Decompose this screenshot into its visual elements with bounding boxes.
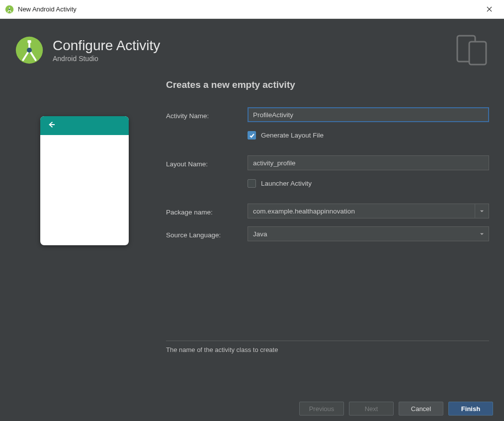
- source-language-combobox[interactable]: Java: [248, 226, 489, 241]
- chevron-down-icon: [475, 204, 489, 218]
- device-preview-appbar: [40, 116, 129, 135]
- generate-layout-label: Generate Layout File: [261, 132, 324, 139]
- hint-divider: [166, 341, 489, 341]
- preview-column: [15, 76, 154, 383]
- finish-button[interactable]: Finish: [448, 402, 493, 416]
- activity-name-label: Activity Name:: [166, 110, 248, 120]
- layout-name-label: Layout Name:: [166, 158, 248, 168]
- window-title: New Android Activity: [18, 5, 479, 13]
- device-preview: [40, 116, 129, 245]
- chevron-down-icon: [475, 227, 489, 241]
- package-name-value: com.example.healthappinnovation: [248, 208, 475, 215]
- source-language-value: Java: [248, 230, 475, 238]
- launcher-activity-label: Launcher Activity: [261, 180, 312, 187]
- source-language-label: Source Language:: [166, 229, 248, 239]
- dialog-subtitle: Android Studio: [53, 55, 160, 63]
- svg-rect-6: [469, 42, 486, 65]
- hint-text: The name of the activity class to create: [166, 346, 489, 353]
- svg-point-1: [9, 8, 10, 10]
- back-arrow-icon: [47, 120, 56, 131]
- dialog-header: Configure Activity Android Studio: [0, 19, 504, 76]
- generate-layout-row: Generate Layout File: [166, 129, 489, 148]
- activity-name-input[interactable]: [248, 107, 489, 122]
- layout-name-input[interactable]: [248, 155, 489, 170]
- window-close-button[interactable]: [479, 1, 499, 17]
- dialog-title: Configure Activity: [53, 38, 160, 54]
- svg-point-3: [27, 48, 32, 53]
- launcher-activity-row: Launcher Activity: [166, 177, 489, 197]
- window-titlebar: New Android Activity: [0, 0, 504, 19]
- svg-rect-4: [27, 40, 31, 43]
- activity-name-row: Activity Name:: [166, 107, 489, 122]
- layout-name-row: Layout Name:: [166, 155, 489, 170]
- next-button[interactable]: Next: [349, 402, 394, 416]
- previous-button[interactable]: Previous: [299, 402, 344, 416]
- devices-icon: [454, 33, 489, 68]
- android-studio-titlebar-icon: [5, 5, 14, 14]
- dialog-body: Configure Activity Android Studio Create…: [0, 19, 504, 421]
- package-name-combobox[interactable]: com.example.healthappinnovation: [248, 204, 489, 218]
- generate-layout-checkbox[interactable]: [248, 131, 256, 140]
- header-text-block: Configure Activity Android Studio: [53, 38, 160, 63]
- launcher-activity-checkbox[interactable]: [248, 179, 256, 188]
- dialog-footer: Previous Next Cancel Finish: [0, 396, 504, 421]
- source-language-row: Source Language: Java: [166, 226, 489, 241]
- android-studio-logo-icon: [15, 36, 44, 65]
- package-name-row: Package name: com.example.healthappinnov…: [166, 204, 489, 218]
- content-area: Creates a new empty activity Activity Na…: [0, 76, 504, 383]
- form-column: Creates a new empty activity Activity Na…: [154, 76, 489, 383]
- section-heading: Creates a new empty activity: [166, 79, 489, 90]
- package-name-label: Package name:: [166, 207, 248, 216]
- cancel-button[interactable]: Cancel: [399, 402, 443, 416]
